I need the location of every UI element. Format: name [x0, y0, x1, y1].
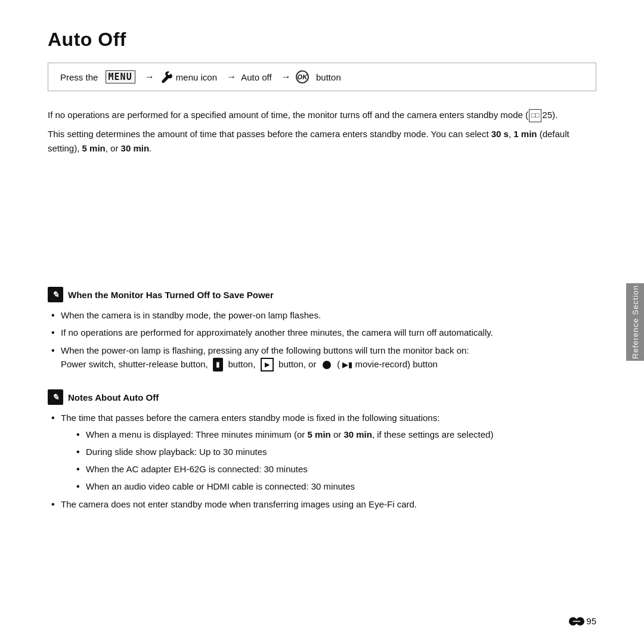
movie-record-icon: ▶▮: [342, 360, 352, 369]
list-item: When the camera is in standby mode, the …: [48, 308, 596, 322]
list-item: When an audio video cable or HDMI cable …: [73, 479, 596, 493]
note-1-bullets: When the camera is in standby mode, the …: [48, 308, 596, 371]
bold-1min: 1 min: [513, 129, 537, 139]
note-heading-1: ✎ When the Monitor Has Turned Off to Sav…: [48, 287, 596, 302]
list-item: During slide show playback: Up to 30 min…: [73, 445, 596, 459]
power-line: Power switch, shutter-release button, ▮ …: [61, 359, 438, 369]
page-container: Auto Off Press the MENU → menu icon → Au…: [0, 0, 644, 644]
page-ref-icon: □□: [529, 109, 541, 122]
list-item: The camera does not enter standby mode w…: [48, 497, 596, 511]
list-item: When a menu is displayed: Three minutes …: [73, 428, 596, 441]
note-heading-2: ✎ Notes About Auto Off: [48, 389, 596, 405]
record-dot-icon: [323, 361, 331, 369]
bold-5min-sub: 5 min: [308, 429, 331, 439]
menu-button-label: MENU: [106, 70, 135, 83]
arrow-2: →: [227, 72, 236, 82]
page-title: Auto Off: [48, 29, 596, 51]
page-num-icon: [569, 617, 584, 626]
list-item: If no operations are performed for appro…: [48, 326, 596, 339]
note-pencil-icon-1: ✎: [48, 287, 63, 302]
menu-icon-label: menu icon: [176, 72, 217, 82]
note-section-2: ✎ Notes About Auto Off The time that pas…: [48, 389, 596, 511]
page-icon-svg: [569, 617, 584, 626]
wrench-icon: [160, 70, 172, 83]
note-heading-2-text: Notes About Auto Off: [68, 392, 159, 402]
auto-off-label: Auto off: [241, 72, 271, 82]
list-item: The time that passes before the camera e…: [48, 411, 596, 493]
note-pencil-icon-2: ✎: [48, 389, 63, 405]
bold-5min: 5 min: [82, 143, 106, 153]
description-2: This setting determines the amount of ti…: [48, 127, 596, 156]
arrow-3: →: [281, 72, 291, 82]
page-number-text: 95: [586, 616, 596, 626]
note-section-1: ✎ When the Monitor Has Turned Off to Sav…: [48, 287, 596, 371]
bold-30min-sub: 30 min: [343, 429, 372, 439]
nav-prefix: Press the: [60, 72, 98, 82]
page-number: 95: [569, 616, 596, 626]
description-1: If no operations are performed for a spe…: [48, 108, 596, 122]
bold-30min: 30 min: [121, 143, 150, 153]
play-button-icon: ▶: [261, 358, 274, 371]
note-heading-1-text: When the Monitor Has Turned Off to Save …: [68, 290, 274, 300]
list-item: When the AC adapter EH-62G is connected:…: [73, 462, 596, 476]
bold-30s: 30 s: [491, 129, 509, 139]
ok-button-icon: OK: [296, 70, 309, 83]
navigation-instruction: Press the MENU → menu icon → Auto off → …: [48, 63, 596, 91]
nav-suffix: button: [316, 72, 341, 82]
sidebar-label: Reference Section: [631, 285, 640, 359]
note-2-bullets: The time that passes before the camera e…: [48, 411, 596, 511]
sidebar-reference-tab: Reference Section: [626, 283, 644, 361]
camera-button-icon: ▮: [213, 358, 223, 371]
sub-bullet-list: When a menu is displayed: Three minutes …: [61, 428, 596, 494]
list-item: When the power-on lamp is flashing, pres…: [48, 343, 596, 372]
arrow-1: →: [145, 72, 154, 82]
